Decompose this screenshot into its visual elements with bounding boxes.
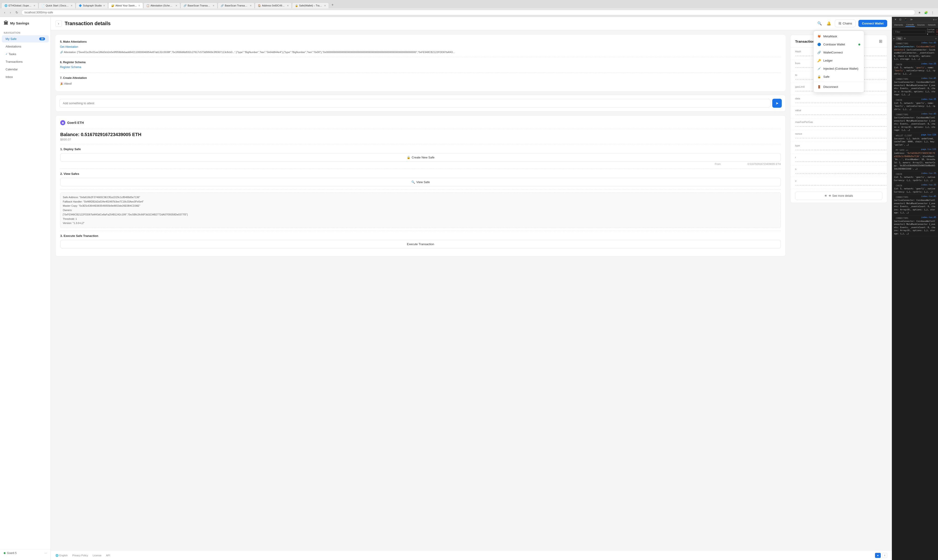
devtools-file-link[interactable]: index.tsx:35 — [921, 184, 936, 186]
wallet-option-coinbase[interactable]: 🔵 Coinbase Wallet — [814, 40, 864, 48]
tab-address[interactable]: 🏠 Address 0x60C49Da... ✕ — [255, 3, 292, 8]
devtools-top-btn[interactable]: top — [896, 37, 903, 40]
devtools-entry-1[interactable]: index.tsx:35 Chain {id: 5, network: 'goe… — [892, 62, 938, 77]
devtools-entry-my-safe[interactable]: page.tsx:133 My Safe => {address: '0xfa6… — [892, 148, 938, 171]
devtools-file-link[interactable]: index.tsx:45 — [921, 77, 936, 79]
tab-ethglobal[interactable]: 🌐 ETHGlobal | Superha... ✕ — [2, 3, 38, 8]
page-title: Transaction details — [65, 20, 814, 26]
devtools-tab-sources[interactable]: Sources — [916, 23, 926, 27]
devtools-text: {id: 5, network: 'goerli', nativeCurrenc… — [894, 176, 936, 182]
tab-close-btn[interactable]: ✕ — [324, 5, 326, 7]
sidebar-item-tasks[interactable]: ✓ Tasks — [2, 51, 49, 58]
header-notification-btn[interactable]: 🔔 — [825, 20, 832, 26]
wallet-option-walletconnect[interactable]: 🔗 WalletConnect — [814, 48, 864, 57]
tab-basescan2[interactable]: 🔗 BaseScan Transacti... ✕ — [218, 3, 255, 8]
tab-close-btn[interactable]: ✕ — [287, 5, 289, 7]
tab-close-btn[interactable]: ✕ — [103, 5, 105, 7]
connect-wallet-btn[interactable]: Connect Wallet — [858, 20, 887, 27]
get-attestation-link[interactable]: Get Attestation — [60, 45, 78, 48]
devtools-file-link[interactable]: index.tsx:45 — [921, 216, 936, 218]
create-safe-btn[interactable]: 🔒 Create New Safe — [60, 153, 781, 162]
devtools-entry-2[interactable]: index.tsx:45 Connectors {activeConnector… — [892, 76, 938, 97]
devtools-file-link[interactable]: index.tsx:45 — [921, 42, 936, 44]
view-safe-btn[interactable]: 🔍 View Safe — [60, 178, 781, 186]
devtools-close-btn[interactable]: ✕ — [893, 17, 897, 22]
new-tab-btn[interactable]: + — [329, 2, 336, 8]
devtools-settings-gear[interactable]: ⚙ — [935, 37, 936, 40]
tx-expand-icon[interactable]: ⊞ — [879, 39, 882, 44]
devtools-close-panel-icon[interactable]: ✕ — [935, 18, 936, 21]
footer-privacy[interactable]: Privacy Policy — [72, 554, 88, 557]
tab-attest[interactable]: 🔐 Attest Your Savin... ✕ — [108, 3, 143, 8]
menu-btn[interactable]: ⋮ — [930, 10, 935, 15]
devtools-tab-elements[interactable]: Elements — [893, 23, 904, 27]
search-icon: 🔍 — [411, 180, 415, 184]
devtools-file-link[interactable]: index.tsx:45 — [921, 112, 936, 115]
footer-license[interactable]: License — [93, 554, 102, 557]
devtools-file-link[interactable]: index.tsx:35 — [921, 63, 936, 65]
devtools-entry-chain2[interactable]: index.tsx:35 Chain {id: 5, network: 'goe… — [892, 183, 938, 194]
footer-dark-btn[interactable]: ● — [875, 553, 881, 558]
devtools-file-link[interactable]: page.tsx:133 — [921, 148, 936, 151]
tab-subgraph[interactable]: 🔷 Subgraph Studio ✕ — [76, 3, 108, 8]
devtools-entry-connectors2[interactable]: index.tsx:45 Connectors {activeConnector… — [892, 194, 938, 215]
devtools-device-btn[interactable]: 📱 — [903, 17, 908, 22]
devtools-entry-0[interactable]: index.tsx:45 Connectors {activeConnector… — [892, 41, 938, 62]
tab-basescan1[interactable]: 🔗 BaseScan Transacti... ✕ — [181, 3, 218, 8]
forward-btn[interactable]: › — [9, 10, 12, 15]
sidebar-footer-menu[interactable]: ··· — [45, 551, 47, 555]
attest-input[interactable] — [59, 99, 770, 108]
tab-close-btn[interactable]: ✕ — [213, 5, 214, 7]
tab-close-btn[interactable]: ✕ — [176, 5, 177, 7]
devtools-file-link[interactable]: index.tsx:35 — [921, 172, 936, 174]
devtools-more-btn[interactable]: ≫ — [909, 17, 914, 22]
devtools-custom-levels[interactable]: Custom levels ▼ — [927, 28, 935, 35]
sidebar-item-calendar[interactable]: Calendar — [2, 66, 49, 73]
tab-quickstart[interactable]: 📄 Quick Start | Docs | T... ✕ — [39, 3, 76, 8]
footer-light-btn[interactable]: › — [882, 553, 887, 558]
register-schema-link[interactable]: Register Schema — [60, 66, 81, 69]
sidebar-item-attestations[interactable]: Attestations — [2, 43, 49, 50]
tab-safe-wallet[interactable]: 🔒 Safe{Wallet} – Trans... ✕ — [292, 3, 329, 8]
see-more-btn[interactable]: 👁 👁 See more details — [795, 192, 882, 200]
devtools-entry-3[interactable]: index.tsx:35 Chain {id: 5, network: 'goe… — [892, 97, 938, 112]
devtools-tab-console[interactable]: Console — [906, 23, 915, 27]
devtools-entry-connectors3[interactable]: index.tsx:45 Connectors {activeConnector… — [892, 215, 938, 236]
devtools-filter-input[interactable] — [893, 30, 926, 34]
devtools-file-link[interactable]: page.tsx:116 — [921, 134, 936, 136]
devtools-toolbar: ✕ ⊡ 📱 ≫ ⚙ ✕ — [892, 17, 938, 22]
devtools-eye-btn[interactable]: 👁 — [904, 37, 906, 40]
chains-btn[interactable]: ⛓ Chains — [835, 20, 855, 27]
sidebar-item-my-safe[interactable]: My Safe 18 — [2, 35, 49, 42]
execute-transaction-btn[interactable]: Execute Transaction — [60, 240, 781, 248]
devtools-entry-chain1[interactable]: index.tsx:35 Chain {id: 5, network: 'goe… — [892, 171, 938, 183]
injected-icon: 💉 — [817, 67, 821, 70]
devtools-entry-4[interactable]: index.tsx:45 Connectors {activeConnector… — [892, 112, 938, 133]
bookmark-btn[interactable]: ★ — [917, 10, 922, 15]
extensions-btn[interactable]: 🧩 — [923, 10, 929, 15]
wallet-option-metamask[interactable]: 🦊 MetaMask — [814, 32, 864, 40]
sidebar-item-inbox[interactable]: Inbox — [2, 73, 49, 80]
header-search-btn[interactable]: 🔍 — [816, 20, 823, 26]
tab-close-btn[interactable]: ✕ — [71, 5, 73, 7]
attest-submit-btn[interactable]: ➤ — [772, 99, 782, 108]
wallet-option-injected[interactable]: 💉 Injected (Coinbase Wallet) — [814, 65, 864, 73]
devtools-tab-network[interactable]: Network — [927, 23, 936, 27]
refresh-btn[interactable]: ↻ — [14, 10, 20, 15]
header-back-btn[interactable]: ‹ — [56, 20, 62, 27]
wallet-option-safe[interactable]: 🔒 Safe — [814, 73, 864, 81]
devtools-entry-wallet-client[interactable]: page.tsx:116 Wallet Client {account: {…}… — [892, 133, 938, 148]
wallet-option-ledger[interactable]: 🔑 Ledger — [814, 57, 864, 65]
devtools-inspect-btn[interactable]: ⊡ — [898, 17, 902, 22]
footer-api[interactable]: API — [106, 554, 110, 557]
sidebar-item-transactions[interactable]: Transactions — [2, 58, 49, 65]
url-bar[interactable]: localhost:3000/my-safe — [22, 10, 915, 15]
tab-attestation-schema[interactable]: 📋 Attestation (Schema... ✕ — [143, 3, 180, 8]
tab-close-btn[interactable]: ✕ — [250, 5, 251, 7]
tab-close-btn[interactable]: ✕ — [138, 5, 140, 7]
back-btn[interactable]: ‹ — [3, 10, 7, 15]
devtools-file-link[interactable]: index.tsx:35 — [921, 98, 936, 100]
devtools-file-link[interactable]: index.tsx:45 — [921, 195, 936, 197]
wallet-option-disconnect[interactable]: 🚪 Disconnect — [814, 83, 864, 91]
tab-close-btn[interactable]: ✕ — [34, 5, 35, 7]
